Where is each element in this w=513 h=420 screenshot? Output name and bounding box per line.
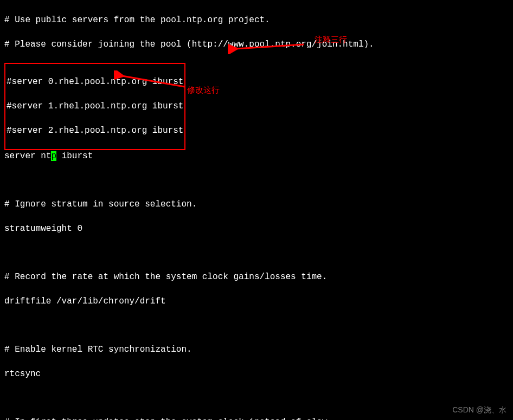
config-line: stratumweight 0 — [4, 223, 509, 235]
blank-line — [4, 174, 509, 186]
annotation-mid: 修改这行 — [187, 84, 220, 95]
config-line: # Enable kernel RTC synchronization. — [4, 344, 509, 356]
svg-line-1 — [236, 44, 304, 49]
config-line-edit: server ntp iburst — [4, 150, 509, 162]
blank-line — [4, 319, 509, 331]
config-line: rtcsync — [4, 368, 509, 380]
blank-line — [4, 392, 509, 404]
text-post-cursor: iburst — [56, 151, 93, 161]
blank-line — [4, 247, 509, 259]
config-line: # Use public servers from the pool.ntp.o… — [4, 14, 509, 26]
text-pre-cursor: server nt — [4, 151, 51, 161]
config-line: driftfile /var/lib/chrony/drift — [4, 295, 509, 307]
config-line: # Ignore stratum in source selection. — [4, 198, 509, 210]
watermark-text: CSDN @浇、水 — [452, 405, 506, 416]
arrow-mid-icon — [114, 70, 190, 92]
config-line: # In first three updates step the system… — [4, 416, 509, 420]
terminal-editor[interactable]: # Use public servers from the pool.ntp.o… — [0, 0, 513, 420]
arrow-top-icon — [228, 38, 309, 54]
config-line: # Record the rate at which the system cl… — [4, 271, 509, 283]
annotation-top: 注释三行 — [315, 34, 347, 45]
svg-line-3 — [122, 76, 184, 87]
editor-cursor: p — [51, 151, 56, 161]
config-line-boxed: #server 2.rhel.pool.ntp.org iburst — [7, 125, 183, 137]
config-line-boxed: #server 1.rhel.pool.ntp.org iburst — [7, 100, 183, 112]
